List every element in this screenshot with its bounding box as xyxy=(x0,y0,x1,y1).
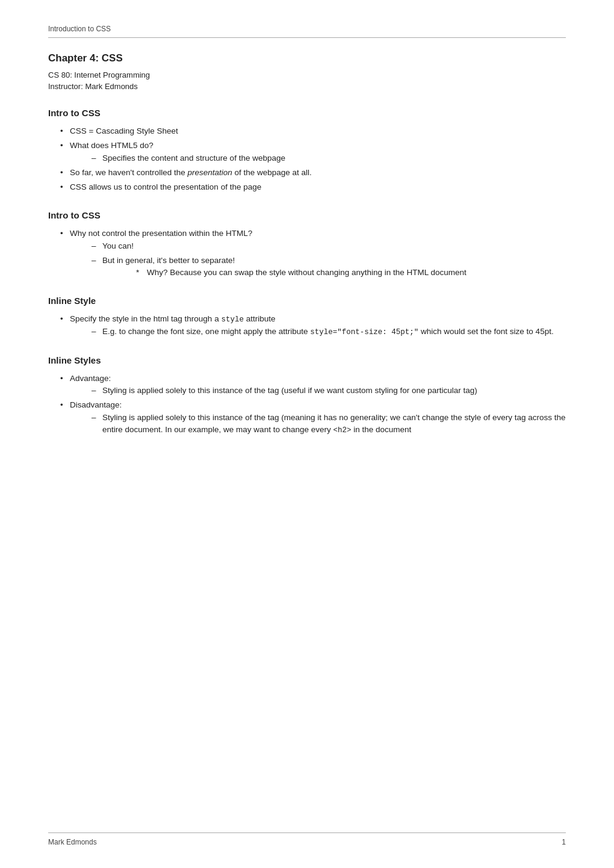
star-list: Why? Because you can swap the style with… xyxy=(136,267,566,279)
bullet-list-intro-css-1: CSS = Cascading Style Sheet What does HT… xyxy=(60,125,566,193)
bullet-list-intro-css-2: Why not control the presentation within … xyxy=(60,228,566,279)
section-inline-styles: Inline Styles Advantage: Styling is appl… xyxy=(48,355,566,436)
header-text: Introduction to CSS xyxy=(48,25,111,33)
dash-list: Specifies the content and structure of t… xyxy=(91,152,566,164)
italic-text: presentation xyxy=(187,168,232,177)
list-item: So far, we haven't controlled the presen… xyxy=(60,167,566,179)
footer-page: 1 xyxy=(562,838,566,846)
list-item: What does HTML5 do? Specifies the conten… xyxy=(60,140,566,164)
header-bar: Introduction to CSS xyxy=(48,24,566,38)
section-title-intro-css-2: Intro to CSS xyxy=(48,210,566,220)
dash-list: You can! But in general, it's better to … xyxy=(91,240,566,279)
bullet-list-inline-style: Specify the style in the html tag throug… xyxy=(60,313,566,338)
dash-list: Styling is applied solely to this instan… xyxy=(91,412,566,436)
list-item: Specify the style in the html tag throug… xyxy=(60,313,566,338)
list-item: Disadvantage: Styling is applied solely … xyxy=(60,399,566,436)
section-intro-css-2: Intro to CSS Why not control the present… xyxy=(48,210,566,279)
chapter-heading: Chapter 4: CSS xyxy=(48,52,566,64)
list-item: Why? Because you can swap the style with… xyxy=(136,267,566,279)
section-title-inline-style: Inline Style xyxy=(48,296,566,306)
code-style: style xyxy=(221,315,244,324)
list-item: Specifies the content and structure of t… xyxy=(91,152,566,164)
instructor-name: Instructor: Mark Edmonds xyxy=(48,82,566,91)
footer: Mark Edmonds 1 xyxy=(48,832,566,846)
code-h2: <h2> xyxy=(333,426,351,435)
section-inline-style: Inline Style Specify the style in the ht… xyxy=(48,296,566,338)
list-item: Styling is applied solely to this instan… xyxy=(91,412,566,436)
list-item: E.g. to change the font size, one might … xyxy=(91,326,566,338)
main-content: Chapter 4: CSS CS 80: Internet Programmi… xyxy=(48,52,566,832)
footer-name: Mark Edmonds xyxy=(48,838,97,846)
page: Introduction to CSS Chapter 4: CSS CS 80… xyxy=(0,0,614,868)
list-item: But in general, it's better to separate!… xyxy=(91,255,566,279)
list-item: CSS allows us to control the presentatio… xyxy=(60,181,566,193)
code-style-attr: style="font-size: 45pt;" xyxy=(310,328,418,336)
bullet-list-inline-styles: Advantage: Styling is applied solely to … xyxy=(60,373,566,436)
dash-list: Styling is applied solely to this instan… xyxy=(91,385,566,397)
chapter-title: Chapter 4: CSS CS 80: Internet Programmi… xyxy=(48,52,566,91)
list-item: You can! xyxy=(91,240,566,252)
section-title-inline-styles: Inline Styles xyxy=(48,355,566,365)
list-item: Advantage: Styling is applied solely to … xyxy=(60,373,566,397)
dash-list: E.g. to change the font size, one might … xyxy=(91,326,566,338)
list-item: Why not control the presentation within … xyxy=(60,228,566,279)
course-name: CS 80: Internet Programming xyxy=(48,70,566,79)
list-item: CSS = Cascading Style Sheet xyxy=(60,125,566,137)
list-item: Styling is applied solely to this instan… xyxy=(91,385,566,397)
section-title-intro-css-1: Intro to CSS xyxy=(48,108,566,118)
section-intro-css-1: Intro to CSS CSS = Cascading Style Sheet… xyxy=(48,108,566,193)
